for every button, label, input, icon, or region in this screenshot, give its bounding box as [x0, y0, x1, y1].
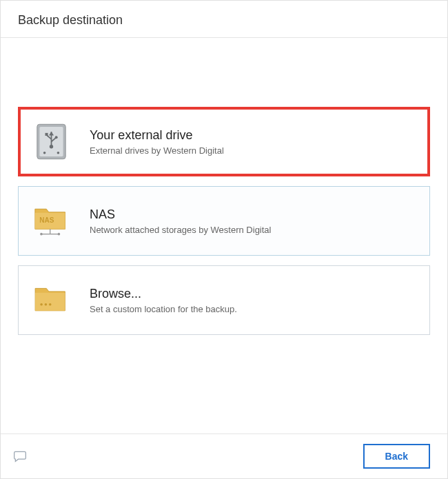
svg-point-8 — [43, 152, 46, 154]
option-title: NAS — [90, 207, 272, 222]
option-text: Your external drive External drives by W… — [90, 128, 224, 156]
page-header: Backup destination — [1, 1, 447, 38]
svg-point-9 — [57, 152, 60, 154]
option-desc: External drives by Western Digital — [90, 145, 224, 156]
option-text: Browse... Set a custom location for the … — [90, 287, 237, 314]
option-desc: Network attached storages by Western Dig… — [90, 225, 272, 235]
svg-point-5 — [55, 136, 58, 139]
option-title: Browse... — [90, 287, 237, 301]
svg-point-16 — [45, 303, 48, 306]
nas-folder-icon: NAS — [32, 202, 70, 240]
svg-text:NAS: NAS — [39, 216, 54, 224]
option-title: Your external drive — [90, 128, 224, 143]
back-button[interactable]: Back — [363, 444, 430, 469]
external-drive-icon — [32, 123, 70, 161]
option-external-drive[interactable]: Your external drive External drives by W… — [18, 107, 430, 176]
browse-folder-icon — [32, 281, 70, 319]
footer: Back — [1, 434, 447, 478]
option-text: NAS Network attached storages by Western… — [90, 207, 272, 235]
chat-bubble-icon[interactable] — [13, 449, 27, 463]
option-desc: Set a custom location for the backup. — [90, 304, 237, 314]
option-nas[interactable]: NAS NAS Network attached storages by Wes… — [18, 186, 430, 256]
option-browse[interactable]: Browse... Set a custom location for the … — [18, 265, 430, 335]
page-title: Backup destination — [18, 13, 430, 28]
options-list: Your external drive External drives by W… — [1, 38, 447, 434]
svg-point-17 — [49, 303, 52, 306]
svg-point-15 — [40, 303, 43, 306]
svg-point-14 — [58, 232, 61, 235]
svg-point-13 — [40, 232, 43, 235]
svg-rect-7 — [45, 133, 48, 136]
